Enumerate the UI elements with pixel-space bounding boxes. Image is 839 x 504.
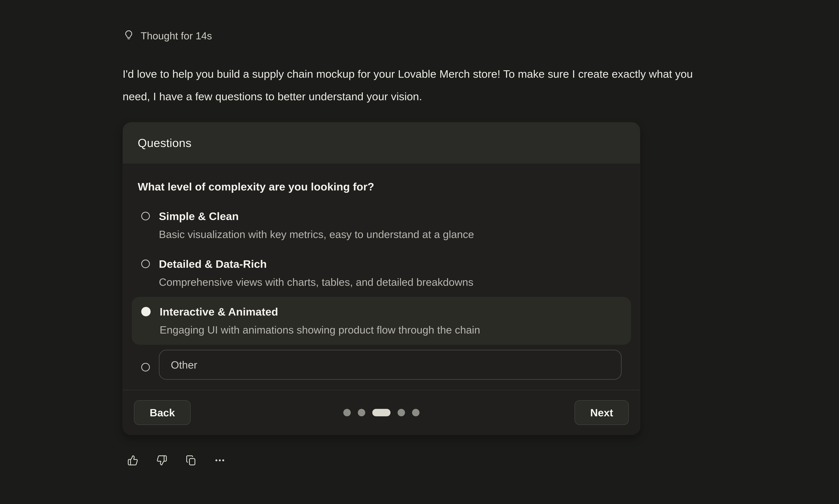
option-detailed-data-rich[interactable]: Detailed & Data-Rich Comprehensive views… [132, 249, 631, 297]
message-actions [127, 455, 765, 466]
pagination-dots [344, 409, 420, 416]
thinking-summary-toggle[interactable]: Thought for 14s [123, 29, 765, 42]
option-interactive-animated[interactable]: Interactive & Animated Engaging UI with … [132, 297, 631, 345]
questions-card-header: Questions [123, 122, 640, 164]
option-text: Interactive & Animated Engaging UI with … [160, 303, 480, 339]
radio-selected-icon[interactable] [141, 307, 151, 316]
pagination-dot-active [372, 409, 390, 416]
back-button[interactable]: Back [134, 400, 191, 425]
copy-icon [185, 455, 196, 466]
option-description: Comprehensive views with charts, tables,… [159, 273, 473, 291]
questions-card-footer: Back Next [123, 390, 640, 435]
option-label: Interactive & Animated [160, 303, 480, 321]
option-other[interactable] [132, 345, 631, 385]
option-text: Detailed & Data-Rich Comprehensive views… [159, 255, 473, 291]
next-button[interactable]: Next [575, 400, 629, 425]
lightbulb-icon [123, 30, 135, 42]
radio-unselected-icon[interactable] [141, 212, 150, 220]
chat-page: Thought for 14s I'd love to help you bui… [0, 0, 839, 504]
radio-unselected-icon[interactable] [141, 259, 150, 268]
questions-card-body: What level of complexity are you looking… [123, 164, 640, 390]
pagination-dot [398, 409, 405, 416]
option-text: Simple & Clean Basic visualization with … [159, 207, 474, 244]
assistant-message-block: Thought for 14s I'd love to help you bui… [123, 29, 765, 466]
thought-duration-label: Thought for 14s [141, 29, 212, 42]
other-option-input[interactable] [159, 350, 622, 380]
question-text: What level of complexity are you looking… [138, 180, 625, 194]
pagination-dot [412, 409, 420, 416]
card-title: Questions [138, 136, 192, 150]
copy-button[interactable] [185, 455, 196, 466]
thumbs-down-button[interactable] [156, 455, 167, 466]
radio-unselected-icon[interactable] [141, 363, 150, 372]
options-list: Simple & Clean Basic visualization with … [138, 201, 625, 385]
thumbs-down-icon [156, 455, 167, 466]
option-label: Detailed & Data-Rich [159, 255, 473, 273]
option-simple-clean[interactable]: Simple & Clean Basic visualization with … [132, 201, 631, 249]
option-description: Basic visualization with key metrics, ea… [159, 225, 474, 244]
option-label: Simple & Clean [159, 207, 474, 225]
thumbs-up-button[interactable] [127, 455, 138, 466]
questions-card: Questions What level of complexity are y… [123, 122, 640, 435]
more-options-icon [214, 455, 225, 466]
pagination-dot [358, 409, 365, 416]
more-options-button[interactable] [214, 455, 225, 466]
assistant-message-text: I'd love to help you build a supply chai… [123, 62, 718, 108]
pagination-dot [344, 409, 351, 416]
option-description: Engaging UI with animations showing prod… [160, 321, 480, 339]
thumbs-up-icon [127, 455, 138, 466]
